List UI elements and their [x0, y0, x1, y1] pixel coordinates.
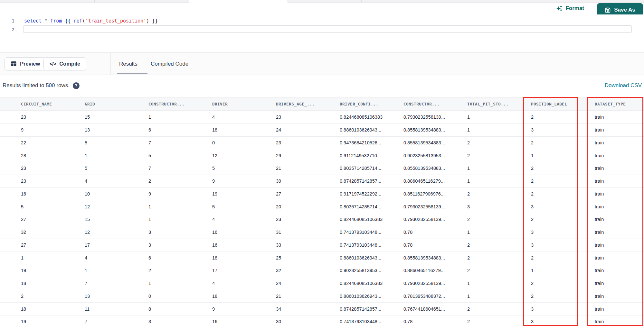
table-cell: 4 [210, 217, 273, 222]
table-cell: 0.8860465116279... [401, 268, 465, 273]
table-row[interactable]: 213018210.8860103626943...0.781395348837… [0, 290, 644, 303]
table-cell: 4 [210, 281, 273, 286]
table-cell: train [592, 281, 644, 286]
table-cell: train [592, 140, 644, 145]
table-cell: 0.8035714285714... [337, 166, 401, 171]
table-cell: 34 [273, 306, 337, 312]
table-row[interactable]: 18714240.8244680851063830.7930232558139.… [0, 277, 644, 290]
table-body: 231514230.8244680851063830.7930232558139… [0, 111, 644, 328]
preview-button[interactable]: Preview [5, 57, 46, 70]
column-header: CIRCUIT_NAME [18, 102, 82, 106]
table-cell: 0.8558139534883... [401, 127, 465, 132]
table-cell: 4 [82, 255, 146, 260]
table-cell: 2 [528, 140, 592, 145]
table-row[interactable]: 22570230.9473684210526...0.8558139534883… [0, 137, 644, 150]
table-cell: train [592, 153, 644, 158]
table-row[interactable]: 191217320.9023255813953...0.886046511627… [0, 264, 644, 277]
table-cell: 18 [210, 294, 273, 299]
table-cell: 1 [18, 255, 82, 260]
table-cell: 2 [528, 114, 592, 120]
table-cell: 3 [146, 319, 210, 324]
table-cell: 3 [528, 127, 592, 132]
table-cell: train [592, 114, 644, 120]
table-cell: 19 [210, 191, 273, 196]
table-cell: 0.9473684210526... [337, 140, 401, 145]
tab-strip-divider [189, 0, 189, 3]
table-row[interactable]: 181189340.8742857142857...0.767441860465… [0, 303, 644, 315]
code-brackets-icon: </> [50, 61, 56, 67]
code-token-plain: ( [82, 18, 85, 24]
table-cell: 0.8558139534883... [401, 140, 465, 145]
column-header: DATASET_TYPE [592, 102, 644, 106]
table-cell: 16 [210, 242, 273, 248]
table-cell: 3 [146, 242, 210, 248]
table-cell: 0.8860103626943... [337, 294, 401, 299]
table-cell: 2 [528, 281, 592, 286]
table-cell: 0.7930232558139... [401, 204, 465, 209]
table-cell: 39 [273, 178, 337, 184]
table-cell: 1 [465, 114, 528, 120]
table-cell: train [592, 306, 644, 312]
table-cell: 1 [465, 127, 528, 132]
table-header-row: CIRCUIT_NAMEGRIDCONSTRUCTOR...DRIVERDRIV… [0, 97, 644, 111]
table-row[interactable]: 231514230.8244680851063830.7930232558139… [0, 111, 644, 124]
table-row[interactable]: 281512290.9112149532710...0.902325581395… [0, 149, 644, 162]
table-cell: 5 [210, 166, 273, 171]
tab-results[interactable]: Results [119, 53, 137, 75]
table-cell: 19 [18, 268, 82, 273]
code-line-1[interactable]: select * from {{ ref('train_test_positio… [24, 17, 158, 25]
code-line-row-2[interactable]: 2 [0, 25, 644, 34]
table-cell: 21 [273, 294, 337, 299]
table-row[interactable]: 51215200.8035714285714...0.7930232558139… [0, 200, 644, 213]
format-button[interactable]: Format [556, 5, 584, 12]
table-cell: 4 [82, 178, 146, 184]
table-cell: 8 [146, 306, 210, 312]
table-row[interactable]: 913618240.8860103626943...0.855813953488… [0, 124, 644, 137]
table-cell: 23 [273, 114, 337, 120]
table-cell: 23 [273, 217, 337, 222]
table-row[interactable]: 23575210.8035714285714...0.8558139534883… [0, 162, 644, 175]
save-as-label: Save As [614, 7, 635, 13]
tab-strip-divider [94, 0, 95, 3]
code-token-plain: }} [149, 18, 158, 24]
table-cell: 29 [273, 153, 337, 158]
table-cell: 2 [465, 217, 528, 222]
code-line-row-1[interactable]: 1 select * from {{ ref('train_test_posit… [0, 17, 644, 25]
table-cell: 27 [18, 217, 82, 222]
preview-label: Preview [20, 61, 40, 67]
table-cell: train [592, 319, 644, 324]
table-cell: 12 [82, 230, 146, 235]
table-row[interactable]: 14618250.8860103626943...0.8558139534883… [0, 251, 644, 264]
table-cell: 19 [18, 319, 82, 324]
table-cell: 2 [146, 178, 210, 184]
table-cell: train [592, 294, 644, 299]
sql-editor[interactable]: 1 select * from {{ ref('train_test_posit… [0, 14, 644, 52]
table-cell: 1 [465, 230, 528, 235]
table-cell: 6 [146, 255, 210, 260]
table-cell: 2 [465, 153, 528, 158]
table-cell: 27 [273, 191, 337, 196]
table-cell: 0.8742857142857... [337, 178, 401, 184]
table-row[interactable]: 3212316310.7413793103448...0.7813train [0, 226, 644, 239]
table-cell: 1 [146, 281, 210, 286]
download-csv-link[interactable]: Download CSV [605, 81, 642, 90]
table-cell: 0.78 [401, 242, 465, 248]
table-cell: 0.9023255813953... [401, 153, 465, 158]
table-row[interactable]: 23429390.8742857142857...0.8860465116279… [0, 175, 644, 188]
code-token-operator: * [44, 18, 47, 24]
compile-button[interactable]: </> Compile [43, 57, 86, 70]
table-row[interactable]: 271514230.8244680851063830.7930232558139… [0, 213, 644, 226]
table-cell: 1 [528, 268, 592, 273]
table-cell: 1 [465, 166, 528, 171]
table-row[interactable]: 197316300.7413793103448...0.7823train [0, 315, 644, 328]
table-cell: 33 [273, 242, 337, 248]
format-label: Format [565, 5, 584, 12]
table-cell: 5 [210, 204, 273, 209]
table-cell: 1 [528, 153, 592, 158]
table-cell: 31 [273, 230, 337, 235]
help-icon[interactable]: ? [73, 82, 80, 89]
table-row[interactable]: 1610919270.9171974522292...0.85116279069… [0, 188, 644, 201]
table-row[interactable]: 2717316330.7413793103448...0.7823train [0, 239, 644, 252]
tab-compiled-code[interactable]: Compiled Code [151, 53, 188, 75]
table-cell: 0.7930232558139... [401, 114, 465, 120]
